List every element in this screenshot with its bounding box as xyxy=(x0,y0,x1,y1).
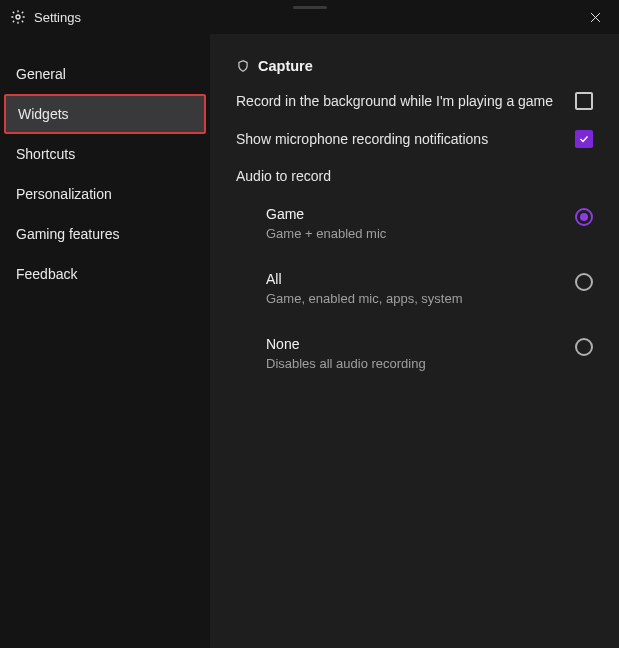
radio-title: All xyxy=(266,271,463,287)
sidebar-item-personalization[interactable]: Personalization xyxy=(0,174,210,214)
radio-option-none[interactable]: None Disables all audio recording xyxy=(266,336,593,371)
setting-label: Record in the background while I'm playi… xyxy=(236,93,553,109)
titlebar-notch[interactable] xyxy=(293,6,327,9)
gear-icon xyxy=(10,9,26,25)
audio-radio-group: Game Game + enabled mic All Game, enable… xyxy=(236,206,593,371)
setting-label: Show microphone recording notifications xyxy=(236,131,488,147)
close-button[interactable] xyxy=(581,3,609,31)
sidebar-item-feedback[interactable]: Feedback xyxy=(0,254,210,294)
radio-title: None xyxy=(266,336,426,352)
radio-desc: Game + enabled mic xyxy=(266,226,386,241)
sidebar-item-general[interactable]: General xyxy=(0,54,210,94)
radio-option-all[interactable]: All Game, enabled mic, apps, system xyxy=(266,271,593,306)
sidebar-item-label: Gaming features xyxy=(16,226,120,242)
radio-option-game[interactable]: Game Game + enabled mic xyxy=(266,206,593,241)
radio-icon[interactable] xyxy=(575,208,593,226)
sidebar-item-label: General xyxy=(16,66,66,82)
shield-icon xyxy=(236,59,250,73)
radio-desc: Disables all audio recording xyxy=(266,356,426,371)
sidebar-item-shortcuts[interactable]: Shortcuts xyxy=(0,134,210,174)
checkbox-mic-notifications[interactable] xyxy=(575,130,593,148)
sidebar: General Widgets Shortcuts Personalizatio… xyxy=(0,34,210,648)
settings-window: Settings General Widgets Shortcuts Perso… xyxy=(0,0,619,648)
sidebar-item-label: Personalization xyxy=(16,186,112,202)
checkbox-record-background[interactable] xyxy=(575,92,593,110)
titlebar: Settings xyxy=(0,0,619,34)
audio-to-record-header: Audio to record xyxy=(236,168,593,184)
close-icon xyxy=(588,10,603,25)
radio-icon[interactable] xyxy=(575,273,593,291)
setting-mic-notifications[interactable]: Show microphone recording notifications xyxy=(236,130,593,148)
sidebar-item-label: Feedback xyxy=(16,266,77,282)
svg-point-0 xyxy=(16,15,20,19)
radio-desc: Game, enabled mic, apps, system xyxy=(266,291,463,306)
sidebar-item-widgets[interactable]: Widgets xyxy=(4,94,206,134)
window-title: Settings xyxy=(34,10,581,25)
radio-title: Game xyxy=(266,206,386,222)
radio-icon[interactable] xyxy=(575,338,593,356)
sidebar-item-gaming-features[interactable]: Gaming features xyxy=(0,214,210,254)
checkmark-icon xyxy=(578,133,590,145)
sidebar-item-label: Shortcuts xyxy=(16,146,75,162)
content-pane: Capture Record in the background while I… xyxy=(210,34,619,648)
setting-record-background[interactable]: Record in the background while I'm playi… xyxy=(236,92,593,110)
section-title: Capture xyxy=(258,58,313,74)
sidebar-item-label: Widgets xyxy=(18,106,69,122)
section-header: Capture xyxy=(236,58,593,74)
